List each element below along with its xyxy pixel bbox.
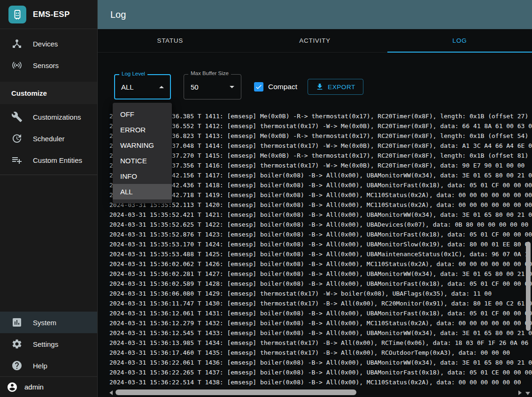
- log-level-menu: OFFERRORWARNINGNOTICEINFOALL: [113, 103, 172, 203]
- gear-icon: [11, 338, 23, 350]
- sidebar-item-label: Help: [33, 362, 47, 370]
- sidebar-item-settings[interactable]: Settings: [0, 333, 97, 355]
- sensors-icon: [11, 60, 23, 71]
- log-level-option[interactable]: WARNING: [113, 137, 172, 153]
- sidebar-item-label: Customizations: [33, 113, 81, 121]
- log-line: 2024-03-31 15:35:52.876 T 1423: [emsesp]…: [109, 229, 532, 239]
- sidebar-item-scheduler[interactable]: Scheduler: [0, 128, 97, 149]
- log-line: 2024-03-31 15:36:22.514 T 1438: [emsesp]…: [109, 377, 532, 387]
- user-footer[interactable]: admin: [0, 376, 97, 397]
- log-line: 2024-03-31 15:36:06.080 T 1429: [emsesp]…: [109, 289, 532, 298]
- chevron-down-icon: [230, 86, 234, 88]
- max-buffer-size-label: Max Buffer Size: [188, 70, 231, 76]
- sidebar-item-custom-entities[interactable]: Custom Entities: [0, 149, 97, 171]
- log-line: 2024-03-31 15:36:02.589 T 1428: [emsesp]…: [109, 279, 532, 289]
- vertical-scrollbar-thumb[interactable]: [526, 242, 531, 331]
- log-line: 2024-03-31 15:35:37.048 T 1414: [emsesp]…: [109, 141, 532, 151]
- page-title: Log: [110, 9, 126, 20]
- log-level-option[interactable]: ALL: [113, 184, 172, 199]
- log-line: 2024-03-31 15:35:36.385 T 1411: [emsesp]…: [109, 111, 532, 121]
- max-buffer-size-value: 50: [191, 83, 226, 91]
- log-line: 2024-03-31 15:35:52.625 T 1422: [emsesp]…: [109, 220, 532, 229]
- wrench-icon: [11, 111, 23, 122]
- log-line: 2024-03-31 15:35:42.436 T 1418: [emsesp]…: [109, 180, 532, 190]
- ems-esp-logo-icon: [8, 6, 26, 23]
- log-level-select-value: ALL: [121, 83, 155, 91]
- playlist-add-icon: [11, 154, 23, 166]
- log-line: 2024-03-31 15:35:53.170 T 1424: [emsesp]…: [109, 239, 532, 249]
- download-icon: [316, 83, 324, 91]
- log-line: 2024-03-31 15:36:02.062 T 1426: [emsesp]…: [109, 259, 532, 269]
- log-line: 2024-03-31 15:36:12.279 T 1432: [emsesp]…: [109, 318, 532, 328]
- ems-esp-app: EMS-ESP Devices Sensors Customize C: [0, 0, 532, 397]
- log-level-option[interactable]: ERROR: [113, 122, 172, 137]
- log-level-option[interactable]: OFF: [113, 107, 172, 122]
- sidebar-item-label: Settings: [33, 340, 58, 348]
- tab-status[interactable]: STATUS: [98, 29, 242, 52]
- device-hub-icon: [11, 38, 23, 49]
- sidebar-section-customize: Customize: [0, 82, 97, 104]
- sidebar-item-label: Scheduler: [33, 135, 65, 143]
- log-line: 2024-03-31 15:35:52.113 T 1420: [emsesp]…: [109, 200, 532, 210]
- horizontal-scrollbar-thumb[interactable]: [116, 389, 356, 395]
- log-line: 2024-03-31 15:36:02.281 T 1427: [emsesp]…: [109, 269, 532, 279]
- bar-chart-icon: [11, 317, 23, 328]
- sidebar-bottom-group: System Settings Help: [0, 312, 97, 376]
- log-level-option[interactable]: NOTICE: [113, 153, 172, 168]
- log-line: 2024-03-31 15:35:42.718 T 1419: [emsesp]…: [109, 190, 532, 200]
- log-level-option[interactable]: INFO: [113, 168, 172, 184]
- brand: EMS-ESP: [0, 0, 97, 29]
- username: admin: [24, 383, 44, 391]
- compact-checkbox-group[interactable]: Compact: [254, 82, 297, 92]
- sidebar-item-system[interactable]: System: [0, 312, 97, 333]
- check-icon: [255, 83, 262, 91]
- log-line: 2024-03-31 15:35:37.270 T 1415: [emsesp]…: [109, 151, 532, 160]
- sidebar-nav: Devices Sensors Customize Customizations: [0, 29, 97, 179]
- log-line: 2024-03-31 15:36:12.545 T 1433: [emsesp]…: [109, 328, 532, 338]
- log-line: 2024-03-31 15:36:13.985 T 1434: [emsesp]…: [109, 338, 532, 348]
- compact-checkbox[interactable]: [254, 82, 263, 92]
- scrollbar-right-arrow[interactable]: [518, 390, 522, 395]
- chevron-up-icon: [159, 86, 164, 88]
- horizontal-scrollbar[interactable]: [109, 389, 522, 396]
- log-controls: Log Level ALL Max Buffer Size 50 Compact…: [114, 74, 523, 99]
- sidebar-item-devices[interactable]: Devices: [0, 33, 97, 54]
- compact-checkbox-label: Compact: [268, 83, 297, 91]
- log-line: 2024-03-31 15:35:36.823 T 1413: [emsesp]…: [109, 131, 532, 141]
- export-button[interactable]: EXPORT: [308, 79, 363, 95]
- sidebar-item-help[interactable]: Help: [0, 355, 97, 376]
- sidebar-item-sensors[interactable]: Sensors: [0, 54, 97, 76]
- max-buffer-size-select[interactable]: Max Buffer Size 50: [184, 74, 241, 99]
- sidebar-item-label: Custom Entities: [33, 156, 82, 164]
- app-bar: Log: [98, 0, 532, 29]
- log-line: 2024-03-31 15:35:37.356 T 1416: [emsesp]…: [109, 160, 532, 170]
- log-line: 2024-03-31 15:36:12.061 T 1431: [emsesp]…: [109, 308, 532, 318]
- log-lines: 2024-03-31 15:35:36.385 T 1411: [emsesp]…: [109, 111, 532, 387]
- clock-update-icon: [11, 133, 23, 144]
- sidebar-item-label: Sensors: [33, 61, 59, 69]
- scrollbar-down-arrow[interactable]: [525, 392, 530, 395]
- sidebar-item-label: System: [33, 319, 56, 327]
- log-line: 2024-03-31 15:36:11.747 T 1430: [emsesp]…: [109, 298, 532, 308]
- sidebar: EMS-ESP Devices Sensors Customize C: [0, 0, 98, 397]
- sidebar-divider: [0, 175, 97, 175]
- log-line: 2024-03-31 15:36:17.460 T 1435: [emsesp]…: [109, 348, 532, 358]
- sidebar-item-customizations[interactable]: Customizations: [0, 106, 97, 128]
- log-level-menu-list: OFFERRORWARNINGNOTICEINFOALL: [113, 107, 172, 199]
- export-button-label: EXPORT: [328, 84, 355, 91]
- tab-log[interactable]: LOG: [387, 29, 532, 52]
- sidebar-item-label: Devices: [33, 40, 58, 48]
- tab-bar: STATUS ACTIVITY LOG: [98, 29, 532, 53]
- log-line: 2024-03-31 15:36:22.265 T 1437: [emsesp]…: [109, 367, 532, 377]
- log-line: 2024-03-31 15:35:52.421 T 1421: [emsesp]…: [109, 210, 532, 220]
- log-line: 2024-03-31 15:35:42.156 T 1417: [emsesp]…: [109, 170, 532, 180]
- scrollbar-left-arrow[interactable]: [109, 390, 113, 395]
- main-area: Log STATUS ACTIVITY LOG Log Level ALL Ma…: [98, 0, 532, 397]
- log-level-select-label: Log Level: [119, 71, 147, 76]
- log-level-select[interactable]: Log Level ALL: [114, 74, 171, 99]
- app-title: EMS-ESP: [33, 10, 70, 19]
- log-line: 2024-03-31 15:35:53.488 T 1425: [emsesp]…: [109, 249, 532, 259]
- log-line: 2024-03-31 15:35:36.552 T 1412: [emsesp]…: [109, 121, 532, 131]
- help-icon: [11, 360, 23, 371]
- tab-activity[interactable]: ACTIVITY: [242, 29, 387, 52]
